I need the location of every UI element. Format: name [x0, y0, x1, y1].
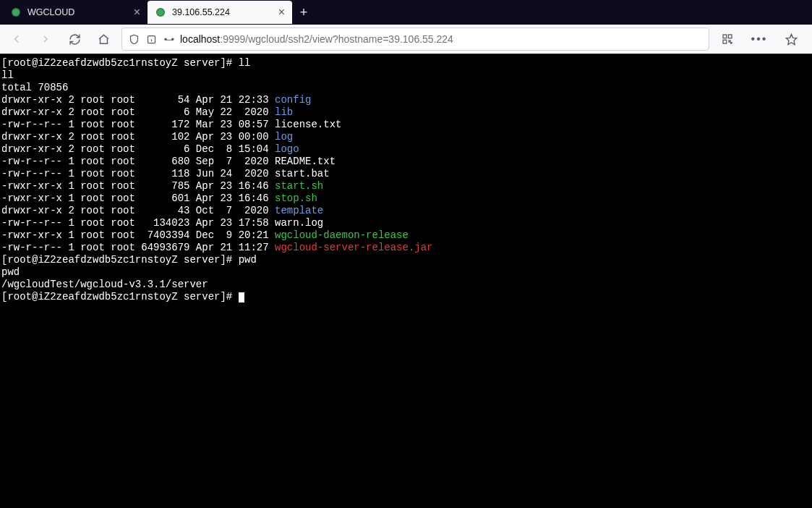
browser-chrome: WGCLOUD × 39.106.55.224 × + [0, 0, 812, 54]
qr-icon[interactable] [717, 28, 738, 50]
tab-wgcloud[interactable]: WGCLOUD × [3, 1, 148, 24]
shield-icon[interactable] [128, 33, 140, 45]
svg-point-1 [13, 9, 20, 16]
svg-marker-12 [786, 34, 796, 44]
svg-rect-7 [723, 35, 727, 38]
tab-bar: WGCLOUD × 39.106.55.224 × + [0, 0, 812, 25]
bookmark-icon[interactable] [780, 28, 802, 50]
svg-rect-10 [729, 41, 730, 42]
overflow-icon[interactable]: ••• [748, 28, 770, 50]
tab-label: WGCLOUD [27, 7, 128, 17]
back-button [6, 28, 27, 50]
tab-label: 39.106.55.224 [172, 7, 273, 17]
close-icon[interactable]: × [278, 6, 285, 19]
home-button[interactable] [93, 28, 114, 50]
toolbar-right: ••• [717, 28, 806, 50]
url-input[interactable]: •─• localhost:9999/wgcloud/ssh2/view?hos… [121, 27, 709, 51]
forward-button [35, 28, 56, 50]
svg-rect-11 [731, 43, 732, 43]
new-tab-button[interactable]: + [292, 1, 315, 24]
svg-rect-8 [728, 35, 732, 38]
url-text: localhost:9999/wgcloud/ssh2/view?hostnam… [180, 33, 703, 45]
reload-button[interactable] [64, 28, 85, 50]
close-icon[interactable]: × [134, 6, 140, 19]
terminal-output[interactable]: [root@iZ2zeafdzwdb5zc1rnstoyZ server]# l… [0, 54, 812, 508]
tab-active[interactable]: 39.106.55.224 × [148, 1, 292, 24]
info-icon[interactable] [145, 33, 157, 45]
svg-point-3 [158, 9, 164, 16]
favicon-icon [155, 7, 166, 18]
favicon-icon [10, 7, 22, 18]
permission-icon[interactable]: •─• [163, 33, 174, 45]
address-bar: •─• localhost:9999/wgcloud/ssh2/view?hos… [0, 25, 812, 54]
svg-rect-9 [723, 40, 727, 43]
